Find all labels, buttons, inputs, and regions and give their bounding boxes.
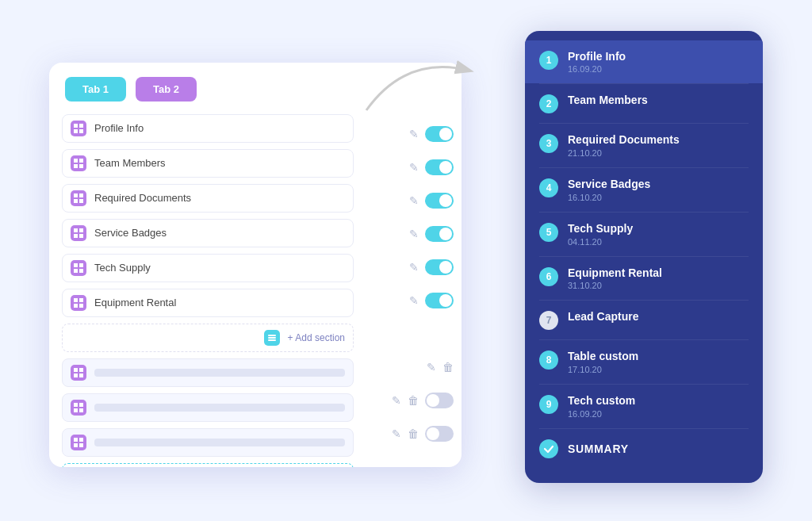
step-item-7[interactable]: 7 Lead Capture (525, 301, 763, 339)
step-title-5: Tech Supply (568, 222, 749, 236)
toggle-3[interactable] (425, 193, 454, 209)
step-info-4: Service Badges 16.10.20 (568, 178, 749, 202)
tab-bar: Tab 1 Tab 2 (49, 63, 462, 109)
svg-rect-14 (74, 234, 78, 238)
trash-icon-3[interactable]: 🗑 (408, 427, 419, 440)
svg-rect-13 (79, 228, 83, 232)
step-item-9[interactable]: 9 Tech custom 16.09.20 (525, 385, 763, 428)
step-info-6: Equipment Rental 31.10.20 (568, 266, 749, 291)
svg-rect-10 (74, 199, 78, 203)
edit-icon-9[interactable]: ✎ (392, 427, 401, 440)
svg-rect-6 (74, 164, 78, 168)
toggle-7[interactable] (425, 393, 454, 408)
svg-rect-26 (268, 339, 276, 341)
svg-rect-29 (74, 374, 78, 377)
step-item-4[interactable]: 4 Service Badges 16.10.20 (525, 168, 763, 212)
list-item[interactable]: Team Members (62, 149, 354, 178)
left-editor-card: Tab 1 Tab 2 Profile Info Team Me (49, 63, 462, 467)
list-item[interactable]: Equipment Rental (62, 289, 354, 317)
step-title-7: Lead Capture (568, 310, 749, 324)
list-item[interactable]: Tech Supply (62, 254, 354, 282)
action-column: ✎ ✎ ✎ ✎ ✎ (366, 114, 462, 467)
svg-rect-27 (74, 368, 78, 372)
step-title-3: Required Documents (568, 133, 749, 147)
step-info-1: Profile Info 16.09.20 (568, 50, 749, 75)
item-icon-1 (71, 121, 86, 136)
item-label-1: Profile Info (94, 122, 345, 134)
trash-icon-2[interactable]: 🗑 (408, 394, 419, 407)
action-row-spacer-1 (374, 320, 454, 347)
step-item-5[interactable]: 5 Tech Supply 04.11.20 (525, 213, 763, 256)
svg-rect-18 (74, 269, 78, 273)
svg-rect-25 (268, 337, 276, 339)
list-item[interactable]: Service Badges (62, 219, 354, 247)
step-number-6: 6 (539, 267, 558, 286)
action-row-3: ✎ (374, 187, 454, 214)
tab-button-1[interactable]: Tab 1 (65, 77, 126, 102)
step-title-8: Table custom (568, 350, 749, 363)
item-icon-5 (71, 260, 86, 276)
summary-item[interactable]: SUMMARY (525, 429, 763, 469)
step-item-2[interactable]: 2 Team Members (525, 84, 763, 123)
svg-rect-36 (79, 438, 83, 442)
edit-icon-1[interactable]: ✎ (409, 128, 419, 140)
step-date-4: 16.10.20 (568, 193, 749, 202)
tab-button-2[interactable]: Tab 2 (136, 77, 197, 102)
step-date-5: 04.11.20 (568, 237, 749, 247)
step-date-8: 17.10.20 (568, 365, 749, 374)
toggle-2[interactable] (425, 159, 454, 175)
summary-check-icon (539, 439, 558, 458)
toggle-5[interactable] (425, 259, 454, 275)
action-row-4: ✎ (374, 220, 454, 247)
step-item-6[interactable]: 6 Equipment Rental 31.10.20 (525, 257, 763, 301)
svg-rect-22 (74, 304, 78, 308)
obscured-icon-3 (71, 435, 86, 450)
step-number-4: 4 (539, 178, 558, 197)
main-scene: Tab 1 Tab 2 Profile Info Team Me (49, 31, 763, 491)
action-row-6: ✎ (374, 287, 454, 314)
svg-rect-21 (79, 298, 83, 302)
add-section-row-1[interactable]: + Add section (62, 324, 354, 352)
action-row-7: ✎ 🗑 (374, 354, 454, 381)
item-icon-2 (71, 155, 86, 171)
svg-rect-17 (79, 263, 83, 267)
action-row-5: ✎ (374, 254, 454, 281)
toggle-8[interactable] (425, 426, 454, 442)
toggle-1[interactable] (425, 126, 454, 142)
step-item-8[interactable]: 8 Table custom 17.10.20 (525, 340, 763, 384)
svg-rect-32 (79, 403, 83, 407)
svg-rect-11 (79, 199, 83, 203)
action-row-1: ✎ (374, 121, 454, 147)
add-section-label-1[interactable]: + Add section (288, 332, 345, 343)
svg-rect-8 (74, 193, 78, 197)
edit-icon-2[interactable]: ✎ (409, 161, 419, 174)
trash-icon-1[interactable]: 🗑 (442, 361, 454, 374)
left-card-body: Profile Info Team Members Required Docum… (49, 109, 462, 467)
obscured-bar-2 (94, 404, 345, 412)
item-icon-3 (71, 190, 86, 206)
edit-icon-7[interactable]: ✎ (427, 361, 436, 374)
item-label-5: Tech Supply (94, 262, 345, 274)
add-section-row-2[interactable]: + Add section (62, 463, 354, 467)
toggle-4[interactable] (425, 226, 454, 242)
obscured-row-1 (62, 358, 354, 387)
edit-icon-8[interactable]: ✎ (392, 394, 401, 407)
list-item[interactable]: Required Documents (62, 184, 354, 213)
edit-icon-3[interactable]: ✎ (409, 194, 419, 207)
step-item-3[interactable]: 3 Required Documents 21.10.20 (525, 124, 763, 167)
list-item[interactable]: Profile Info (62, 114, 354, 143)
svg-rect-23 (79, 304, 83, 308)
toggle-6[interactable] (425, 293, 454, 308)
step-info-7: Lead Capture (568, 310, 749, 324)
section-list: Profile Info Team Members Required Docum… (49, 114, 366, 467)
obscured-icon-2 (71, 400, 86, 416)
edit-icon-4[interactable]: ✎ (409, 228, 419, 240)
step-number-2: 2 (539, 94, 558, 113)
svg-rect-4 (74, 159, 78, 163)
edit-icon-5[interactable]: ✎ (409, 261, 419, 274)
step-date-9: 16.09.20 (568, 409, 749, 419)
step-item-1[interactable]: 1 Profile Info 16.09.20 (525, 40, 763, 84)
svg-rect-24 (268, 335, 276, 336)
svg-rect-3 (79, 129, 83, 133)
edit-icon-6[interactable]: ✎ (409, 294, 419, 307)
